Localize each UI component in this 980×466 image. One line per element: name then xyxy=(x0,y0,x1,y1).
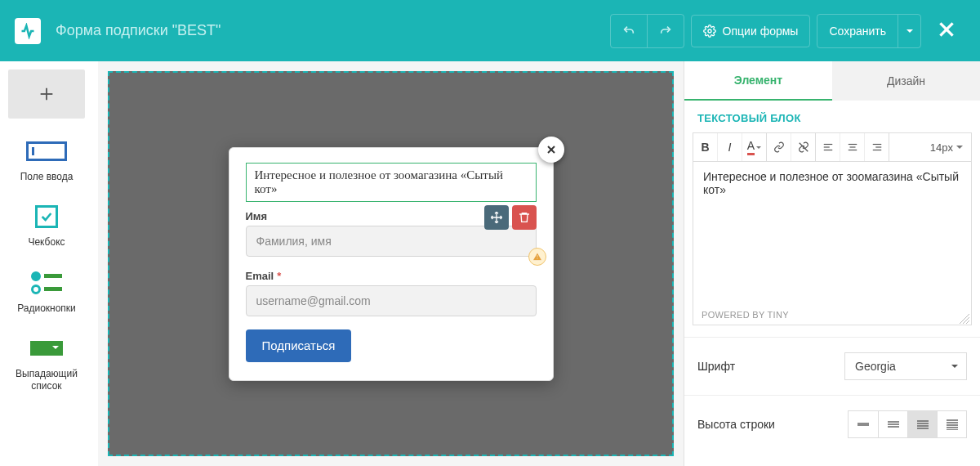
header-actions: Опции формы Сохранить xyxy=(610,14,965,48)
line-height-group xyxy=(848,410,967,438)
resize-handle-icon[interactable] xyxy=(960,313,969,323)
text-editor-area[interactable]: Интересное и полезное от зоомагазина «Сы… xyxy=(693,162,972,325)
undo-button[interactable] xyxy=(611,15,647,47)
move-field-button[interactable] xyxy=(484,205,509,230)
line-height-option-3[interactable] xyxy=(907,411,937,437)
line-height-option-4[interactable] xyxy=(937,411,966,437)
form-field-email: Email* username@gmail.com xyxy=(246,270,537,316)
caret-down-icon xyxy=(906,29,913,36)
unlink-button[interactable] xyxy=(791,133,816,161)
font-size-selector[interactable]: 14px xyxy=(922,141,971,154)
line-height-option-2[interactable] xyxy=(878,411,907,437)
font-select[interactable]: Georgia xyxy=(844,352,967,380)
line-height-setting-row: Высота строки xyxy=(684,395,980,453)
save-dropdown-button[interactable] xyxy=(898,15,920,47)
sidebar-item-label: Чекбокс xyxy=(28,236,65,248)
align-center-button[interactable] xyxy=(840,133,865,161)
radio-icon xyxy=(26,270,67,296)
form-canvas: Интересное и полезное от зоомагазина «Сы… xyxy=(98,61,684,466)
form-popup: Интересное и полезное от зоомагазина «Сы… xyxy=(229,147,554,381)
warning-icon[interactable] xyxy=(528,248,546,266)
input-field-icon xyxy=(26,138,67,164)
email-input[interactable]: username@gmail.com xyxy=(246,285,537,316)
line-height-option-1[interactable] xyxy=(849,411,878,437)
font-label: Шрифт xyxy=(697,360,735,373)
form-options-label: Опции формы xyxy=(723,25,799,38)
align-left-button[interactable] xyxy=(816,133,840,161)
caret-down-icon xyxy=(756,146,761,151)
canvas-drop-area[interactable]: Интересное и полезное от зоомагазина «Сы… xyxy=(108,71,674,456)
undo-redo-group xyxy=(610,14,684,48)
svg-point-0 xyxy=(708,29,711,33)
element-sidebar: Поле ввода Чекбокс Радиокнопки Выпадающи… xyxy=(0,61,98,466)
caret-down-icon xyxy=(951,365,958,371)
tab-element[interactable]: Элемент xyxy=(684,61,832,101)
close-editor-button[interactable] xyxy=(928,19,965,43)
sidebar-item-label: Выпадающий список xyxy=(8,368,85,392)
form-close-button[interactable] xyxy=(538,137,564,163)
align-right-button[interactable] xyxy=(865,133,889,161)
sidebar-item-input[interactable]: Поле ввода xyxy=(8,130,85,190)
link-button[interactable] xyxy=(767,133,791,161)
editor-powered-by: POWERED BY TINY xyxy=(702,310,789,320)
save-button[interactable]: Сохранить xyxy=(817,15,898,47)
panel-tabs: Элемент Дизайн xyxy=(684,61,980,101)
text-color-button[interactable]: A xyxy=(742,133,767,161)
field-label-email: Email* xyxy=(246,270,537,282)
app-header: Форма подписки "BEST" Опции формы Сохран… xyxy=(0,0,980,61)
form-field-name: Имя Фамилия, имя xyxy=(246,210,537,257)
italic-button[interactable]: I xyxy=(718,133,742,161)
checkbox-icon xyxy=(26,204,67,230)
page-title: Форма подписки "BEST" xyxy=(56,22,220,39)
add-element-button[interactable] xyxy=(8,69,85,119)
caret-down-icon xyxy=(956,146,963,152)
sidebar-item-label: Радиокнопки xyxy=(17,302,76,314)
delete-field-button[interactable] xyxy=(512,205,537,230)
editor-content: Интересное и полезное от зоомагазина «Сы… xyxy=(703,170,959,196)
submit-button[interactable]: Подписаться xyxy=(246,329,352,362)
font-setting-row: Шрифт Georgia xyxy=(684,337,980,395)
sidebar-item-dropdown[interactable]: Выпадающий список xyxy=(8,327,85,400)
tab-design[interactable]: Дизайн xyxy=(832,61,980,101)
section-title: ТЕКСТОВЫЙ БЛОК xyxy=(684,101,980,132)
form-options-button[interactable]: Опции формы xyxy=(691,15,811,47)
dropdown-icon xyxy=(26,335,67,361)
sidebar-item-label: Поле ввода xyxy=(20,171,74,182)
save-group: Сохранить xyxy=(817,14,921,48)
form-heading-block[interactable]: Интересное и полезное от зоомагазина «Сы… xyxy=(246,163,537,202)
sidebar-item-radio[interactable]: Радиокнопки xyxy=(8,262,85,322)
name-input[interactable]: Фамилия, имя xyxy=(246,226,537,257)
editor-toolbar: B I A 14px xyxy=(693,132,972,162)
app-logo-icon xyxy=(15,18,41,44)
sidebar-item-checkbox[interactable]: Чекбокс xyxy=(8,195,85,256)
redo-button[interactable] xyxy=(647,15,684,47)
line-height-label: Высота строки xyxy=(697,418,775,431)
bold-button[interactable]: B xyxy=(693,133,718,161)
field-tools xyxy=(484,205,537,230)
properties-panel: Элемент Дизайн ТЕКСТОВЫЙ БЛОК B I A 14px… xyxy=(684,61,980,466)
